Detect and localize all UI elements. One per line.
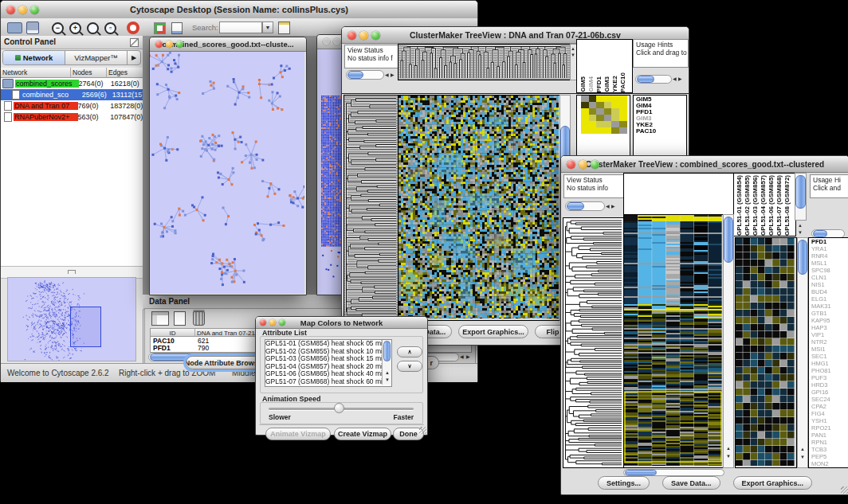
- zoom-selected-icon[interactable]: [87, 22, 99, 34]
- attribute-list[interactable]: GPL51-01 (GSM854) heat shock 05 minGPL51…: [265, 339, 392, 387]
- zoom-window-icon[interactable]: [30, 6, 39, 14]
- network-row[interactable]: combined_sco2569(6)13112(15): [1, 89, 143, 100]
- matrix-cell[interactable]: [619, 102, 627, 108]
- scrollbar-thumb[interactable]: [637, 76, 654, 83]
- usage-scrollbar[interactable]: [635, 75, 672, 84]
- zoom-window-icon[interactable]: [176, 41, 183, 48]
- gene-label[interactable]: HAP3: [811, 324, 848, 331]
- close-icon[interactable]: [260, 319, 266, 326]
- gene-label[interactable]: GTB1: [811, 310, 848, 317]
- gene-label[interactable]: BUD4: [811, 288, 848, 295]
- matrix-cell[interactable]: [589, 127, 597, 134]
- scrollbar-thumb[interactable]: [813, 230, 827, 237]
- scroll-down-icon[interactable]: ▼: [726, 454, 731, 459]
- zoom-window-icon[interactable]: [591, 160, 599, 169]
- gene-label[interactable]: MSI1: [811, 346, 848, 353]
- new-attribute-icon[interactable]: [174, 311, 186, 326]
- row-dendrogram[interactable]: [563, 217, 624, 468]
- matrix-cell[interactable]: [611, 102, 619, 108]
- open-session-icon[interactable]: [7, 22, 22, 33]
- delete-attribute-icon[interactable]: [193, 311, 205, 326]
- scrollbar-thumb[interactable]: [383, 341, 391, 361]
- gene-label[interactable]: FIG4: [811, 410, 848, 417]
- gene-label[interactable]: PFD1: [811, 238, 848, 245]
- column-label[interactable]: GPL51-08 (GSM872): [783, 175, 791, 236]
- gene-label[interactable]: YSH1: [811, 417, 848, 424]
- matrix-cell[interactable]: [581, 96, 589, 102]
- close-icon[interactable]: [567, 160, 575, 169]
- save-session-icon[interactable]: [26, 21, 39, 34]
- column-header-nodes[interactable]: Nodes: [71, 68, 107, 78]
- minimize-icon[interactable]: [333, 38, 340, 45]
- column-label[interactable]: GPL51-01 (GSM854): [736, 175, 744, 236]
- matrix-cell[interactable]: [619, 108, 627, 115]
- network-row[interactable]: RNAPuberNov2+563(0)107847(0): [1, 111, 143, 123]
- matrix-cell[interactable]: [596, 115, 604, 121]
- gene-label[interactable]: YRA1: [811, 245, 848, 252]
- matrix-cell[interactable]: [581, 115, 589, 121]
- view-status-scrollbar[interactable]: [346, 70, 384, 80]
- column-label[interactable]: GPL51-06 (GSM865): [768, 175, 775, 236]
- gene-label[interactable]: PUF3: [811, 374, 848, 381]
- tab-vizmapper[interactable]: VizMapper™: [65, 51, 128, 64]
- spin-down-icon[interactable]: ▼: [571, 53, 575, 57]
- birdseye-canvas[interactable]: [8, 278, 135, 361]
- heatmap-hscrollbar[interactable]: [623, 469, 724, 476]
- gene-label[interactable]: SPC98: [811, 267, 848, 274]
- column-header-edges[interactable]: Edges: [107, 68, 143, 78]
- minimize-icon[interactable]: [166, 41, 173, 48]
- matrix-cell[interactable]: [589, 102, 597, 108]
- matrix-cell[interactable]: [596, 108, 604, 115]
- column-label[interactable]: GIM5: [579, 76, 587, 92]
- matrix-cell[interactable]: [581, 121, 589, 127]
- matrix-cell[interactable]: [581, 102, 589, 108]
- scrollbar-thumb[interactable]: [347, 71, 363, 79]
- heatmap-canvas[interactable]: [624, 215, 722, 466]
- attribute-list-scrollbar[interactable]: ▲ ▼: [382, 340, 391, 385]
- matrix-cell[interactable]: [604, 115, 612, 121]
- speed-slider-thumb[interactable]: [334, 403, 344, 413]
- matrix-cell[interactable]: [619, 121, 627, 127]
- search-dropdown-icon[interactable]: ▼: [262, 21, 273, 33]
- zoom-fit-icon[interactable]: ▫: [104, 22, 116, 34]
- zoom-out-icon[interactable]: −: [52, 22, 64, 34]
- scrollbar-thumb[interactable]: [625, 470, 657, 475]
- gene-label[interactable]: MON2: [811, 460, 848, 467]
- zoom-heatmap[interactable]: [735, 237, 797, 468]
- gene-label[interactable]: NIS1: [811, 281, 848, 288]
- zoom-heatmap-matrix[interactable]: [581, 96, 627, 134]
- gene-label[interactable]: MSL1: [811, 260, 848, 267]
- table-grid-icon[interactable]: [151, 311, 169, 326]
- column-header-id[interactable]: ID: [151, 329, 195, 337]
- gene-label[interactable]: GPI16: [811, 389, 848, 396]
- gene-label[interactable]: PAN1: [811, 432, 848, 439]
- treeview-button[interactable]: Export Graphics...: [733, 476, 813, 490]
- matrix-cell[interactable]: [604, 96, 612, 102]
- scroll-down-icon[interactable]: ▼: [798, 230, 803, 235]
- float-panel-icon[interactable]: [130, 38, 139, 47]
- treeview-button[interactable]: Save Data...: [662, 476, 720, 490]
- resize-grip-icon[interactable]: [419, 427, 426, 434]
- minimize-icon[interactable]: [18, 6, 27, 14]
- close-icon[interactable]: [6, 6, 15, 14]
- animate-vizmap-button[interactable]: Animate Vizmap: [265, 428, 331, 440]
- gene-label[interactable]: RPO21: [811, 424, 848, 432]
- minimize-icon[interactable]: [269, 319, 276, 326]
- network-row[interactable]: combined_scores2764(0)16218(0): [1, 78, 143, 89]
- attribute-table-icon[interactable]: [278, 21, 290, 34]
- gene-label[interactable]: MAK31: [811, 303, 848, 310]
- gene-label[interactable]: PEP5: [811, 453, 848, 460]
- column-dendrogram-empty[interactable]: [623, 173, 734, 215]
- matrix-cell[interactable]: [604, 121, 612, 127]
- annotation-icon[interactable]: [171, 22, 183, 34]
- scroll-up-icon[interactable]: ▲: [385, 370, 390, 375]
- matrix-cell[interactable]: [596, 127, 604, 134]
- scrollbar-thumb[interactable]: [724, 217, 733, 263]
- gene-label[interactable]: KAP95: [811, 317, 848, 324]
- gene-label[interactable]: RPN1: [811, 439, 848, 446]
- matrix-cell[interactable]: [619, 115, 627, 121]
- scroll-down-icon[interactable]: ▼: [800, 455, 805, 459]
- birdseye-view[interactable]: [7, 277, 136, 361]
- main-titlebar[interactable]: Cytoscape Desktop (Session Name: collins…: [1, 1, 477, 19]
- close-icon[interactable]: [347, 31, 356, 40]
